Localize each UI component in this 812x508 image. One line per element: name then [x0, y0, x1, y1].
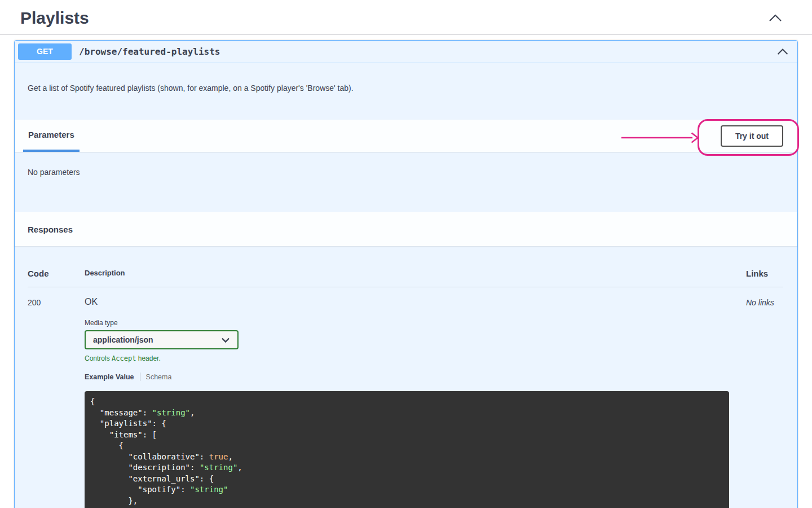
- endpoint-description: Get a list of Spotify featured playlists…: [15, 63, 797, 120]
- response-description-cell: OK Media type application/json Controls …: [85, 297, 746, 508]
- parameters-title: Parameters: [28, 130, 74, 139]
- note-code: Accept: [112, 354, 136, 362]
- section-collapse-button[interactable]: [768, 12, 783, 24]
- column-header-code: Code: [28, 269, 85, 278]
- tab-schema[interactable]: Schema: [146, 373, 172, 381]
- example-code: { "message": "string", "playlists": { "i…: [85, 391, 729, 508]
- endpoint-path: /browse/featured-playlists: [79, 46, 220, 57]
- column-header-description: Description: [85, 269, 746, 278]
- response-row: 200 OK Media type application/json Contr…: [28, 287, 783, 508]
- tab-parameters[interactable]: Parameters: [23, 120, 80, 152]
- responses-header-bar: Responses: [15, 212, 797, 246]
- swagger-page: Playlists GET /browse/featured-playlists…: [0, 0, 812, 508]
- http-method-badge: GET: [18, 43, 72, 60]
- endpoint-block: GET /browse/featured-playlists Get a lis…: [14, 40, 798, 508]
- column-header-links: Links: [746, 269, 783, 278]
- example-schema-tabs: Example Value Schema: [85, 373, 746, 381]
- tab-example-value[interactable]: Example Value: [85, 373, 134, 381]
- note-suffix: header.: [136, 354, 160, 362]
- page-title: Playlists: [20, 8, 89, 28]
- try-it-out-button[interactable]: Try it out: [721, 125, 783, 147]
- section-header: Playlists: [0, 0, 812, 35]
- media-type-select[interactable]: application/json: [85, 330, 239, 349]
- chevron-up-icon: [768, 12, 783, 24]
- tab-divider: [140, 373, 140, 381]
- responses-title: Responses: [28, 225, 73, 234]
- media-type-value: application/json: [93, 335, 153, 344]
- no-parameters-message: No parameters: [15, 152, 797, 212]
- response-links: No links: [746, 297, 783, 508]
- accept-header-note: Controls Accept header.: [85, 354, 746, 362]
- responses-table-header: Code Description Links: [28, 269, 783, 287]
- endpoint-summary[interactable]: GET /browse/featured-playlists: [15, 41, 797, 63]
- media-type-label: Media type: [85, 319, 746, 327]
- response-code: 200: [28, 297, 85, 508]
- endpoint-body: Get a list of Spotify featured playlists…: [15, 63, 797, 508]
- response-description: OK: [85, 297, 746, 307]
- chevron-down-icon: [221, 337, 230, 343]
- parameters-header-bar: Parameters Try it out: [15, 120, 797, 152]
- note-prefix: Controls: [85, 354, 112, 362]
- endpoint-collapse-button[interactable]: [776, 47, 789, 57]
- chevron-up-icon: [776, 47, 789, 57]
- responses-body: Code Description Links 200 OK Media type…: [15, 246, 797, 508]
